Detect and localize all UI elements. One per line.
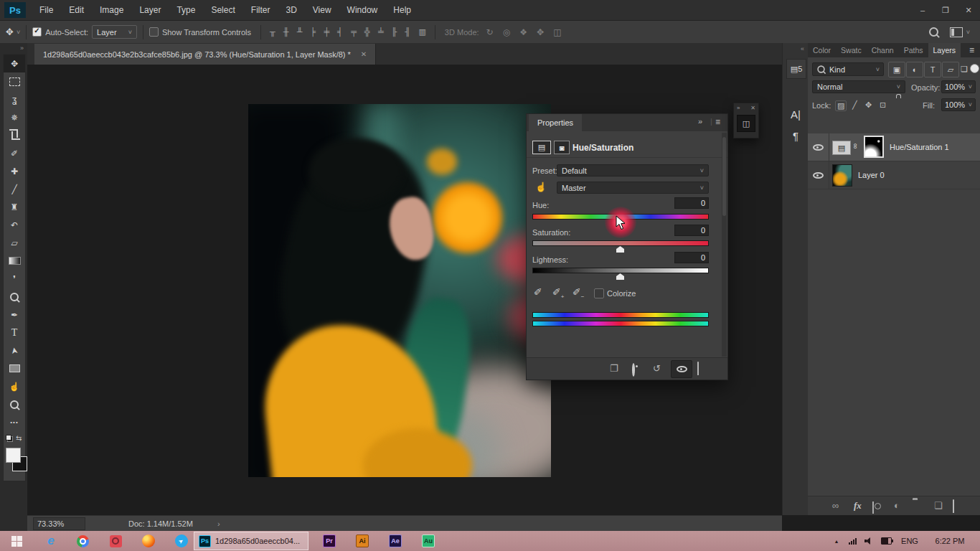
workspace-icon[interactable]	[950, 27, 963, 37]
tray-battery[interactable]	[878, 531, 894, 551]
history-brush-tool[interactable]: ↶	[4, 216, 25, 234]
layer-name[interactable]: Layer 0	[858, 171, 885, 179]
visibility-cell[interactable]	[808, 133, 829, 161]
close-icon[interactable]: ✕	[750, 105, 755, 111]
minimize-button[interactable]: –	[911, 0, 934, 20]
taskbar-audition[interactable]: Au	[418, 531, 439, 551]
filter-type-layers-icon[interactable]: T	[924, 62, 941, 77]
opacity-dropdown[interactable]: 100% ˅	[941, 80, 976, 93]
menu-image[interactable]: Image	[92, 0, 131, 20]
hue-value[interactable]: 0	[674, 197, 709, 209]
tab-paths[interactable]: Paths	[899, 43, 928, 57]
eyedropper-add-icon[interactable]: ✐+	[552, 286, 564, 300]
3d-scale-icon[interactable]: ◫	[553, 27, 561, 37]
align-bottom-icon[interactable]: ╨	[297, 27, 303, 36]
add-mask-icon[interactable]	[872, 502, 874, 513]
tab-close-icon[interactable]: ✕	[361, 50, 367, 58]
saturation-slider-thumb[interactable]	[616, 246, 624, 253]
hand-tool[interactable]: ☝	[4, 377, 25, 395]
zoom-level-field[interactable]: 73.33%	[33, 517, 85, 530]
lock-position-icon[interactable]: ✥	[865, 100, 872, 110]
show-transform-checkbox[interactable]	[149, 27, 159, 37]
document-image[interactable]	[248, 104, 551, 477]
blend-mode-dropdown[interactable]: Normal ˅	[812, 80, 905, 93]
menu-view[interactable]: View	[305, 0, 339, 20]
lightness-value[interactable]: 0	[674, 252, 709, 263]
visibility-cell[interactable]	[808, 161, 829, 189]
taskbar-chrome[interactable]	[72, 531, 93, 551]
menu-layer[interactable]: Layer	[131, 0, 169, 20]
filter-pixel-layers-icon[interactable]: ▣	[888, 62, 905, 77]
tab-swatches[interactable]: Swatc	[836, 43, 867, 57]
swap-colors-icon[interactable]: ⇆	[16, 434, 22, 442]
mask-icon[interactable]: ◙	[554, 141, 570, 154]
status-options-chevron[interactable]: ›	[217, 519, 220, 528]
tool-preset-chevron-icon[interactable]: ˅	[17, 29, 20, 36]
preset-dropdown[interactable]: Default ˅	[557, 164, 709, 176]
align-left-icon[interactable]: ╞	[311, 27, 316, 36]
3d-roll-icon[interactable]: ◎	[503, 27, 510, 37]
properties-scrollbar[interactable]	[722, 133, 727, 357]
collapse-panel-icon[interactable]: »	[698, 117, 702, 126]
tab-layers[interactable]: Layers	[928, 43, 961, 57]
distribute-right-icon[interactable]: ╢	[405, 27, 411, 36]
distribute-spacing-icon[interactable]: ▥	[418, 27, 425, 36]
foreground-color-swatch[interactable]	[6, 448, 21, 463]
brush-tool[interactable]: ╱	[4, 180, 25, 198]
adjustment-layer-icon[interactable]: ▤	[832, 141, 851, 155]
menu-help[interactable]: Help	[385, 0, 419, 20]
eyedropper-subtract-icon[interactable]: ✐−	[573, 286, 584, 300]
collapse-tools-icon[interactable]: »	[20, 44, 24, 52]
layer-thumbnail[interactable]	[832, 164, 852, 187]
gradient-tool[interactable]	[4, 252, 25, 270]
collapse-icon[interactable]: »	[737, 105, 740, 111]
menu-file[interactable]: File	[32, 0, 61, 20]
delete-layer-icon[interactable]	[953, 501, 954, 512]
new-adjustment-layer-icon[interactable]: ◐	[894, 500, 900, 511]
eyedropper-tool[interactable]: ✐	[4, 144, 25, 162]
menu-3d[interactable]: 3D	[278, 0, 304, 20]
panel-menu-icon[interactable]: ≡	[715, 117, 720, 127]
layer-row-layer0[interactable]: Layer 0	[808, 161, 980, 189]
collapse-dock-icon[interactable]: «	[801, 45, 804, 52]
tray-network[interactable]	[845, 531, 859, 551]
eyedropper-sample-icon[interactable]: ✐	[534, 286, 542, 298]
menu-window[interactable]: Window	[339, 0, 386, 20]
align-top-icon[interactable]: ╥	[270, 27, 275, 36]
auto-select-dropdown[interactable]: Layer ˅	[92, 25, 137, 39]
layer-mask-thumbnail[interactable]	[864, 136, 884, 158]
tray-clock[interactable]: 6:22 PM	[928, 531, 971, 551]
healing-brush-tool[interactable]: ✚	[4, 162, 25, 180]
marquee-tool[interactable]	[4, 72, 25, 90]
lock-paint-icon[interactable]: ╱	[852, 100, 857, 110]
3d-drag-icon[interactable]: ❖	[519, 27, 527, 37]
close-button[interactable]: ✕	[957, 0, 980, 20]
more-tools[interactable]: •••	[4, 413, 25, 431]
search-icon[interactable]	[929, 27, 938, 37]
link-layers-icon[interactable]: ∞	[832, 500, 839, 511]
menu-select[interactable]: Select	[203, 0, 242, 20]
taskbar-aftereffects[interactable]: Ae	[385, 531, 406, 551]
start-button[interactable]	[0, 531, 33, 551]
move-tool[interactable]: ✥	[4, 55, 25, 72]
panel-menu-icon[interactable]: ≡	[963, 45, 980, 55]
eraser-tool[interactable]: ▱	[4, 234, 25, 252]
taskbar-ie[interactable]: e	[40, 531, 62, 551]
menu-type[interactable]: Type	[169, 0, 203, 20]
blur-tool[interactable]: ❜	[4, 270, 25, 288]
taskbar-premiere[interactable]: Pr	[319, 531, 340, 551]
lock-artboard-icon[interactable]: ⊡	[880, 100, 886, 110]
3d-slide-icon[interactable]: ✥	[537, 27, 544, 37]
menu-edit[interactable]: Edit	[61, 0, 92, 20]
fill-dropdown[interactable]: 100% ˅	[941, 98, 976, 111]
align-vcenter-icon[interactable]: ╫	[283, 27, 289, 36]
history-panel-icon[interactable]: ▤5	[786, 59, 806, 79]
lightness-slider-thumb[interactable]	[616, 273, 624, 280]
adjustment-icon[interactable]: ▤	[532, 141, 551, 154]
saturation-slider[interactable]	[532, 240, 709, 246]
document-tab[interactable]: 1d298a65d0aeeccb043e2b3cafce85b6.jpg @ 7…	[34, 44, 376, 65]
targeted-adjustment-icon[interactable]: ☝	[535, 182, 547, 192]
layer-styles-icon[interactable]: fx	[854, 500, 862, 512]
colorize-checkbox[interactable]	[594, 288, 604, 298]
lightness-slider[interactable]	[532, 268, 709, 273]
